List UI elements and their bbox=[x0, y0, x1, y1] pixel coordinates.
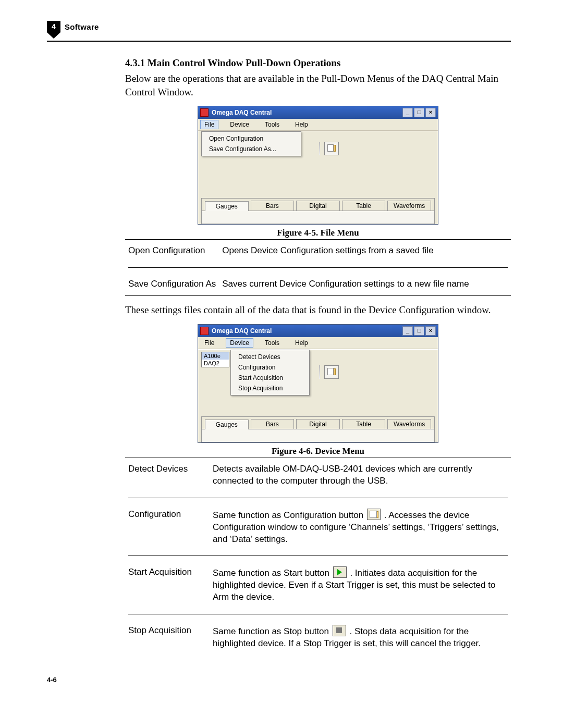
menu-device[interactable]: Device bbox=[226, 120, 253, 129]
toolbar-separator bbox=[319, 142, 320, 155]
tab-strip: Gauges Bars Digital Table Waveforms bbox=[201, 198, 435, 224]
window-title: Omega DAQ Central bbox=[212, 109, 398, 116]
tab-bars[interactable]: Bars bbox=[251, 419, 295, 429]
file-dropdown: Open Configuration Save Configuration As… bbox=[201, 131, 301, 156]
menu-item-save-configuration-as[interactable]: Save Configuration As... bbox=[202, 144, 301, 154]
menu-file[interactable]: File bbox=[200, 120, 218, 129]
def-desc: Same function as Start button . Initiate… bbox=[210, 561, 511, 609]
menu-item-configuration[interactable]: Configuration bbox=[231, 362, 309, 373]
tab-waveforms[interactable]: Waveforms bbox=[387, 419, 431, 429]
maximize-button[interactable]: □ bbox=[414, 326, 424, 336]
device-list[interactable]: A100e DAQ2 bbox=[201, 352, 229, 367]
figure-4-5: Omega DAQ Central _ □ × File Device Tool… bbox=[125, 106, 511, 225]
titlebar: Omega DAQ Central _ □ × bbox=[198, 325, 438, 337]
tab-bars[interactable]: Bars bbox=[251, 201, 295, 211]
device-list-item[interactable]: DAQ2 bbox=[202, 360, 229, 367]
menu-tools[interactable]: Tools bbox=[261, 120, 284, 129]
app-icon bbox=[200, 327, 209, 335]
def-term: Save Configuration As bbox=[125, 273, 219, 295]
def-term: Stop Acquisition bbox=[125, 620, 210, 655]
menu-help[interactable]: Help bbox=[291, 120, 312, 129]
def-term: Open Configuration bbox=[125, 240, 219, 262]
close-button[interactable]: × bbox=[425, 326, 436, 336]
tab-waveforms[interactable]: Waveforms bbox=[387, 201, 431, 211]
menu-tools[interactable]: Tools bbox=[261, 338, 284, 348]
device-dropdown: Detect Devices Configuration Start Acqui… bbox=[230, 350, 310, 396]
file-menu-definitions: Open Configuration Opens Device Configur… bbox=[125, 240, 511, 295]
mid-paragraph: These settings files contain all of the … bbox=[125, 303, 511, 317]
tab-table[interactable]: Table bbox=[342, 201, 386, 211]
chapter-title: Software bbox=[65, 21, 99, 31]
tab-digital[interactable]: Digital bbox=[296, 201, 340, 211]
tab-gauges[interactable]: Gauges bbox=[205, 419, 249, 429]
menubar: File Device Tools Help bbox=[198, 119, 438, 131]
stop-icon bbox=[333, 625, 346, 636]
menu-file[interactable]: File bbox=[200, 338, 218, 348]
def-row-open-configuration: Open Configuration Opens Device Configur… bbox=[125, 240, 511, 262]
menu-item-detect-devices[interactable]: Detect Devices bbox=[231, 352, 309, 362]
header-triangle bbox=[47, 32, 60, 39]
menu-help[interactable]: Help bbox=[291, 338, 312, 348]
menubar: File Device Tools Help bbox=[198, 337, 438, 349]
def-row-detect-devices: Detect Devices Detects available OM-DAQ-… bbox=[125, 458, 511, 492]
page-header: 4 Software bbox=[47, 21, 511, 39]
toolbar-separator bbox=[319, 365, 320, 379]
def-desc: Detects available OM-DAQ-USB-2401 device… bbox=[210, 458, 511, 492]
play-icon bbox=[333, 566, 347, 578]
device-list-item[interactable]: A100e bbox=[202, 352, 229, 360]
page-number: 4-6 bbox=[47, 676, 511, 684]
def-desc: Same function as Stop button . Stops dat… bbox=[210, 620, 511, 655]
maximize-button[interactable]: □ bbox=[414, 108, 424, 117]
menu-item-open-configuration[interactable]: Open Configuration bbox=[202, 133, 301, 144]
app-icon bbox=[200, 108, 209, 117]
titlebar: Omega DAQ Central _ □ × bbox=[198, 106, 438, 119]
configuration-toolbar-button[interactable] bbox=[324, 365, 339, 379]
app-window-device-menu: Omega DAQ Central _ □ × File Device Tool… bbox=[198, 324, 438, 443]
def-row-stop-acquisition: Stop Acquisition Same function as Stop b… bbox=[125, 620, 511, 655]
window-title: Omega DAQ Central bbox=[212, 327, 398, 335]
def-row-start-acquisition: Start Acquisition Same function as Start… bbox=[125, 561, 511, 609]
section-intro: Below are the operations that are availa… bbox=[125, 72, 511, 98]
def-row-save-configuration-as: Save Configuration As Saves current Devi… bbox=[125, 273, 511, 295]
def-desc: Same function as Configuration button . … bbox=[210, 503, 511, 551]
tab-digital[interactable]: Digital bbox=[296, 419, 340, 429]
configuration-icon bbox=[367, 509, 381, 520]
def-term: Configuration bbox=[125, 503, 210, 551]
tab-table[interactable]: Table bbox=[342, 419, 386, 429]
minimize-button[interactable]: _ bbox=[402, 326, 413, 336]
close-button[interactable]: × bbox=[425, 108, 436, 117]
minimize-button[interactable]: _ bbox=[402, 108, 413, 117]
header-rule bbox=[47, 41, 511, 42]
def-desc: Saves current Device Configuration setti… bbox=[219, 273, 511, 295]
figure-4-6-caption: Figure 4-6. Device Menu bbox=[125, 446, 511, 456]
configuration-toolbar-button[interactable] bbox=[324, 142, 339, 155]
menu-item-stop-acquisition[interactable]: Stop Acquisition bbox=[231, 383, 309, 393]
def-term: Detect Devices bbox=[125, 458, 210, 492]
menu-item-start-acquisition[interactable]: Start Acquisition bbox=[231, 373, 309, 383]
figure-4-5-caption: Figure 4-5. File Menu bbox=[125, 228, 511, 238]
tab-gauges[interactable]: Gauges bbox=[205, 201, 249, 211]
chapter-number-badge: 4 bbox=[47, 21, 60, 32]
device-menu-definitions: Detect Devices Detects available OM-DAQ-… bbox=[125, 458, 511, 655]
def-desc: Opens Device Configuration settings from… bbox=[219, 240, 511, 262]
figure-4-6: Omega DAQ Central _ □ × File Device Tool… bbox=[125, 324, 511, 443]
app-window-file-menu: Omega DAQ Central _ □ × File Device Tool… bbox=[198, 106, 438, 225]
def-term: Start Acquisition bbox=[125, 561, 210, 609]
def-row-configuration: Configuration Same function as Configura… bbox=[125, 503, 511, 551]
section-heading: 4.3.1 Main Control Window Pull-Down Oper… bbox=[125, 57, 511, 69]
tab-strip: Gauges Bars Digital Table Waveforms bbox=[201, 416, 435, 442]
menu-device[interactable]: Device bbox=[226, 338, 253, 348]
